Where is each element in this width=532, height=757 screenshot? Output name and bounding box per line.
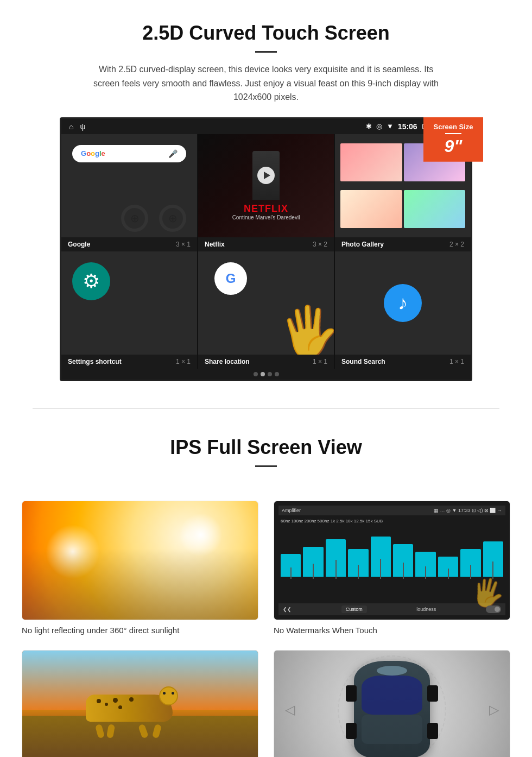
section2-divider: [255, 465, 277, 467]
eq-bar-2: [303, 547, 323, 577]
location-icon: ◎: [376, 122, 382, 130]
feature-grid: No light reflecting under 360° direct su…: [0, 488, 532, 757]
amp-custom-btn[interactable]: Custom: [341, 605, 367, 613]
screen-nav-dots: [61, 369, 471, 380]
amp-nav: ❮❮: [283, 607, 292, 612]
amp-freq-labels: 60hz 100hz 200hz 500hz 1k 2.5k 10k 12.5k…: [278, 518, 505, 525]
google-mic-icon[interactable]: 🎤: [168, 149, 178, 158]
section1-divider: [255, 51, 277, 53]
netflix-label: Netflix 3 × 2: [198, 237, 334, 251]
status-bar: ⌂ ψ ✱ ◎ ▼ 15:06 ⊡ ◁) ⊠ ⬜: [61, 119, 471, 134]
google-search-bar[interactable]: Google 🎤: [72, 145, 186, 162]
car-rear-window: [362, 715, 422, 744]
settings-app-name: Settings shortcut: [68, 358, 122, 365]
photo-thumb-1: [340, 143, 402, 181]
car-visual: ◁ ▷: [274, 651, 510, 757]
feature-car: ◁ ▷ Large Viewing Angle: [274, 650, 510, 757]
google-logo: Google: [81, 149, 105, 157]
feature-amplifier: Amplifier ▦ … ◎ ▼ 17:33 ⊡ ◁) ⊠ ⬜ → 60hz …: [274, 501, 510, 635]
usb-icon: ψ: [80, 122, 85, 131]
eq-bar-10: [483, 541, 503, 576]
photo-thumb-3: [340, 190, 402, 228]
sound-label: Sound Search 1 × 1: [335, 355, 471, 369]
sound-search-cell[interactable]: ♪: [335, 251, 471, 355]
wheel-rear-left: [346, 723, 357, 739]
curved-screen-section: 2.5D Curved Touch Screen With 2.5D curve…: [0, 0, 532, 398]
eq-bars-container: [278, 525, 505, 579]
share-label: Share location 1 × 1: [198, 355, 334, 369]
section-separator: [33, 408, 499, 409]
google-app-cell[interactable]: Google 🎤 ⊕ ⊕: [61, 134, 197, 237]
badge-size: 9": [430, 136, 477, 156]
settings-label: Settings shortcut 1 × 1: [61, 355, 197, 369]
eq-bar-7: [415, 552, 435, 577]
amplifier-label: No Watermarks When Touch: [274, 626, 510, 635]
status-time: 15:06: [398, 122, 417, 131]
car-image: ◁ ▷: [274, 650, 510, 757]
sunlight-visual: [22, 501, 258, 620]
app-labels-row1: Google 3 × 1 Netflix 3 × 2 Photo Gallery…: [61, 237, 471, 251]
cheetah-image: [22, 650, 258, 757]
ips-screen-section: IPS Full Screen View: [0, 420, 532, 488]
settings-app-size: 1 × 1: [176, 358, 191, 365]
netflix-app-cell[interactable]: NETFLIX Continue Marvel's Daredevil: [198, 134, 334, 237]
eq-bar-5: [371, 537, 391, 577]
photo-gallery-label: Photo Gallery 2 × 2: [335, 237, 471, 251]
wheel-front-left: [346, 685, 357, 702]
status-bar-left: ⌂ ψ: [69, 122, 85, 131]
amp-toggle[interactable]: [486, 605, 501, 613]
netflix-sublabel: Continue Marvel's Daredevil: [232, 215, 300, 220]
maps-g-icon: G: [214, 262, 247, 295]
nav-dot-2: [261, 372, 265, 376]
android-screen: ⌂ ψ ✱ ◎ ▼ 15:06 ⊡ ◁) ⊠ ⬜: [60, 117, 472, 381]
sunlight-label: No light reflecting under 360° direct su…: [22, 626, 258, 635]
ghost-icons: ⊕ ⊕: [121, 205, 186, 232]
ghost-icon-1: ⊕: [121, 205, 148, 232]
daredevil-silhouette: [252, 151, 280, 200]
google-app-size: 3 × 1: [176, 241, 191, 248]
nav-dot-3: [268, 372, 272, 376]
cheetah-visual: [22, 651, 258, 757]
gear-icon: ⚙: [83, 270, 100, 293]
photo-thumb-4: [404, 190, 466, 228]
sound-icon-circle: ♪: [384, 284, 422, 322]
hand-pointer-icon: 🖐: [276, 300, 334, 355]
cheetah-body: [86, 695, 194, 727]
wheel-rear-right: [427, 723, 438, 739]
amp-time: ▦ … ◎ ▼ 17:33 ⊡ ◁) ⊠ ⬜ →: [434, 508, 502, 513]
settings-app-cell[interactable]: ⚙: [61, 251, 197, 355]
eq-bar-6: [393, 544, 413, 577]
feature-sunlight: No light reflecting under 360° direct su…: [22, 501, 258, 635]
amplifier-visual: Amplifier ▦ … ◎ ▼ 17:33 ⊡ ◁) ⊠ ⬜ → 60hz …: [274, 501, 510, 620]
screen-size-badge: Screen Size 9": [423, 117, 483, 162]
nav-dot-4: [275, 372, 279, 376]
wheel-front-right: [427, 685, 438, 702]
settings-icon-circle: ⚙: [72, 262, 110, 300]
photo-app-size: 2 × 2: [449, 241, 464, 248]
wifi-icon: ▼: [387, 122, 394, 130]
section1-title: 2.5D Curved Touch Screen: [33, 22, 499, 45]
sound-app-name: Sound Search: [341, 358, 385, 365]
amp-loudness: loudness: [416, 607, 436, 612]
eq-bar-3: [326, 539, 346, 577]
eq-bar-1: [281, 554, 301, 576]
photo-app-name: Photo Gallery: [341, 241, 384, 248]
device-mockup: Screen Size 9" ⌂ ψ ✱ ◎ ▼ 15:06 ⊡ ◁) ⊠: [60, 117, 472, 381]
ghost-icon-2: ⊕: [159, 205, 186, 232]
netflix-bg: NETFLIX Continue Marvel's Daredevil: [198, 134, 334, 237]
app-grid-row1: Google 🎤 ⊕ ⊕: [61, 134, 471, 237]
share-app-size: 1 × 1: [313, 358, 327, 365]
google-label: Google 3 × 1: [61, 237, 197, 251]
share-location-cell[interactable]: G 🖐: [198, 251, 334, 355]
nav-dot-1: [254, 372, 258, 376]
home-icon[interactable]: ⌂: [69, 122, 73, 131]
netflix-play-button[interactable]: [257, 167, 275, 184]
sound-app-size: 1 × 1: [449, 358, 464, 365]
google-app-name: Google: [68, 241, 90, 248]
bluetooth-icon: ✱: [366, 122, 372, 130]
netflix-brand-label: NETFLIX: [244, 203, 288, 215]
netflix-app-name: Netflix: [205, 241, 225, 248]
sunlight-image: [22, 501, 258, 620]
sunlight-ground: [22, 548, 258, 620]
amp-top-bar: Amplifier ▦ … ◎ ▼ 17:33 ⊡ ◁) ⊠ ⬜ →: [278, 506, 505, 515]
